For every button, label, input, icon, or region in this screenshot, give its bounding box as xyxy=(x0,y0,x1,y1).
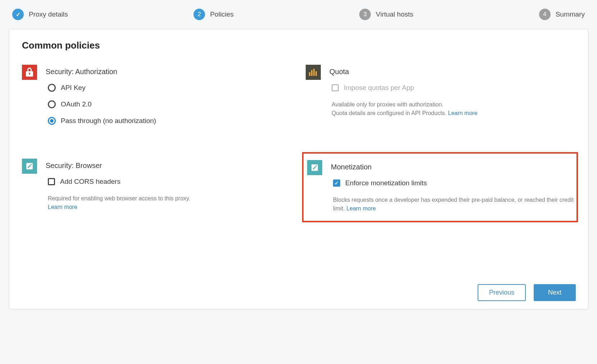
checkbox-icon xyxy=(332,84,339,91)
policy-quota: Quota Impose quotas per App Available on… xyxy=(306,65,575,133)
check-icon xyxy=(12,9,24,20)
panel-title: Common policies xyxy=(22,40,575,51)
bar-chart-icon xyxy=(306,65,321,80)
policy-security-authorization: Security: Authorization API Key OAuth 2.… xyxy=(22,65,291,133)
svg-rect-1 xyxy=(311,70,313,76)
step-policies[interactable]: 2 Policies xyxy=(193,9,233,20)
policy-heading: Security: Browser xyxy=(46,161,291,170)
monetization-highlight: Monetization Enforce monetization limits… xyxy=(302,152,578,222)
policies-panel: Common policies Security: Authorization … xyxy=(9,29,588,309)
wizard-stepper: Proxy details 2 Policies 3 Virtual hosts… xyxy=(9,9,588,29)
step-virtual-hosts[interactable]: 3 Virtual hosts xyxy=(359,9,413,20)
radio-icon xyxy=(48,100,56,108)
checkbox-enforce-monetization[interactable]: Enforce monetization limits xyxy=(333,179,574,187)
pencil-icon xyxy=(22,159,37,174)
svg-rect-0 xyxy=(309,72,310,76)
step-label: Virtual hosts xyxy=(376,10,413,18)
learn-more-link[interactable]: Learn more xyxy=(448,110,478,116)
step-summary[interactable]: 4 Summary xyxy=(539,9,585,20)
learn-more-link[interactable]: Learn more xyxy=(48,204,77,210)
help-text: Blocks requests once a developer has exp… xyxy=(331,196,574,213)
pencil-icon xyxy=(307,160,322,175)
step-label: Summary xyxy=(556,10,585,18)
next-button[interactable]: Next xyxy=(534,284,576,301)
checkbox-label: Enforce monetization limits xyxy=(345,179,427,187)
learn-more-link[interactable]: Learn more xyxy=(346,205,376,211)
policy-security-browser: Security: Browser Add CORS headers Requi… xyxy=(22,159,291,214)
radio-passthrough[interactable]: Pass through (no authorization) xyxy=(48,117,291,125)
checkbox-impose-quotas: Impose quotas per App xyxy=(332,84,575,92)
radio-label: Pass through (no authorization) xyxy=(61,117,156,125)
step-label: Proxy details xyxy=(29,10,68,18)
svg-rect-3 xyxy=(315,71,317,76)
help-text: Available only for proxies with authoriz… xyxy=(329,100,575,118)
checkbox-icon xyxy=(48,178,55,185)
previous-button[interactable]: Previous xyxy=(478,284,526,301)
radio-icon xyxy=(48,117,56,125)
checkbox-label: Add CORS headers xyxy=(60,178,120,186)
step-number: 4 xyxy=(539,9,551,20)
help-text: Required for enabling web browser access… xyxy=(46,194,291,211)
step-number: 3 xyxy=(359,9,371,20)
policy-heading: Monetization xyxy=(331,163,574,171)
policy-heading: Security: Authorization xyxy=(46,68,291,76)
checkbox-icon xyxy=(333,179,340,187)
radio-icon xyxy=(48,84,56,92)
radio-api-key[interactable]: API Key xyxy=(48,84,291,92)
lock-icon xyxy=(22,65,37,80)
radio-label: OAuth 2.0 xyxy=(61,100,92,108)
step-number: 2 xyxy=(193,9,205,20)
radio-label: API Key xyxy=(61,84,86,92)
step-label: Policies xyxy=(210,10,233,18)
checkbox-label: Impose quotas per App xyxy=(344,84,414,92)
checkbox-add-cors[interactable]: Add CORS headers xyxy=(48,178,291,186)
footer-buttons: Previous Next xyxy=(478,284,576,301)
policy-monetization: Monetization Enforce monetization limits… xyxy=(307,160,574,213)
policy-heading: Quota xyxy=(329,68,575,76)
radio-oauth[interactable]: OAuth 2.0 xyxy=(48,100,291,108)
step-proxy-details[interactable]: Proxy details xyxy=(12,9,68,20)
svg-rect-2 xyxy=(313,69,315,76)
